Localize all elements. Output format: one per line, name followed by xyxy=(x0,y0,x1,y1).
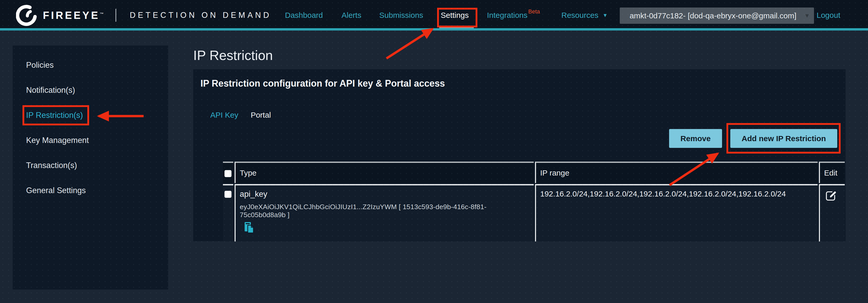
tab-api-key[interactable]: API Key xyxy=(210,111,238,119)
edit-cell xyxy=(819,184,845,241)
ip-restriction-card: IP Restriction configuration for API key… xyxy=(193,69,845,241)
sidebar-item-ip-restrictions[interactable]: IP Restriction(s) xyxy=(13,103,168,128)
column-header-edit: Edit xyxy=(819,161,845,183)
nav-alerts[interactable]: Alerts xyxy=(342,0,362,31)
remove-button[interactable]: Remove xyxy=(669,129,722,148)
edit-row-button[interactable] xyxy=(825,189,837,202)
nav-resources[interactable]: Resources▼ xyxy=(561,0,608,31)
chevron-down-icon: ▼ xyxy=(602,12,608,18)
add-new-ip-restriction-button[interactable]: Add new IP Restriction xyxy=(730,129,837,148)
copy-token-button[interactable] xyxy=(244,221,256,235)
sidebar-item-transactions[interactable]: Transaction(s) xyxy=(13,153,168,178)
ip-restriction-table: Type IP range Edit api_key eyJ0eXAiOiJKV… xyxy=(222,160,846,243)
card-heading: IP Restriction configuration for API key… xyxy=(200,78,445,89)
type-cell: api_key eyJ0eXAiOiJKV1QiLCJhbGciOiJIUzI1… xyxy=(235,184,534,241)
table-row: api_key eyJ0eXAiOiJKV1QiLCJhbGciOiJIUzI1… xyxy=(223,184,845,241)
column-header-ip-range: IP range xyxy=(535,161,817,183)
table-actions: Remove Add new IP Restriction xyxy=(669,129,837,148)
settings-sidebar: Policies Notification(s) IP Restriction(… xyxy=(13,46,168,290)
ip-range-cell: 192.16.2.0/24,192.16.2.0/24,192.16.2.0/2… xyxy=(535,184,817,241)
trademark-symbol: ™ xyxy=(100,11,103,16)
account-caret-icon: ▼ xyxy=(804,12,810,19)
nav-submissions[interactable]: Submissions xyxy=(379,0,423,31)
nav-integrations[interactable]: IntegrationsBeta xyxy=(487,0,540,31)
account-dropdown[interactable]: amkt-0d77c182- [dod-qa-ebryx-one@gmail.c… xyxy=(620,7,814,24)
ip-restriction-table-wrap: Type IP range Edit api_key eyJ0eXAiOiJKV… xyxy=(222,160,846,243)
brand-wordmark: FIREEYE™ xyxy=(43,9,103,21)
brand: FIREEYE™ DETECTION ON DEMAND xyxy=(16,0,271,31)
sidebar-item-policies[interactable]: Policies xyxy=(13,53,168,78)
row-checkbox[interactable] xyxy=(224,191,231,198)
sidebar-item-key-management[interactable]: Key Management xyxy=(13,128,168,153)
copy-icon xyxy=(244,221,256,235)
tabs: API Key Portal xyxy=(210,111,271,119)
nav-dashboard[interactable]: Dashboard xyxy=(285,0,323,31)
edit-pencil-icon xyxy=(825,189,837,202)
sidebar-item-notifications[interactable]: Notification(s) xyxy=(13,78,168,103)
column-header-type: Type xyxy=(235,161,534,183)
select-all-checkbox[interactable] xyxy=(224,170,231,177)
fireeye-logo-icon xyxy=(16,4,38,26)
sidebar-item-general-settings[interactable]: General Settings xyxy=(13,178,168,203)
row-type: api_key xyxy=(240,189,530,199)
product-name: DETECTION ON DEMAND xyxy=(130,10,271,20)
logout-link[interactable]: Logout xyxy=(816,0,840,31)
table-header-row: Type IP range Edit xyxy=(223,161,845,183)
row-api-token: eyJ0eXAiOiJKV1QiLCJhbGciOiJIUzI1...Z2Izu… xyxy=(240,203,530,219)
account-dropdown-value: amkt-0d77c182- [dod-qa-ebryx-one@gmail.c… xyxy=(629,11,797,20)
settings-active-indicator xyxy=(439,26,474,28)
top-navbar: FIREEYE™ DETECTION ON DEMAND Dashboard A… xyxy=(0,0,868,31)
brand-divider xyxy=(116,9,116,22)
page-title: IP Restriction xyxy=(193,48,273,63)
beta-badge: Beta xyxy=(528,8,540,15)
tab-portal[interactable]: Portal xyxy=(251,111,271,119)
